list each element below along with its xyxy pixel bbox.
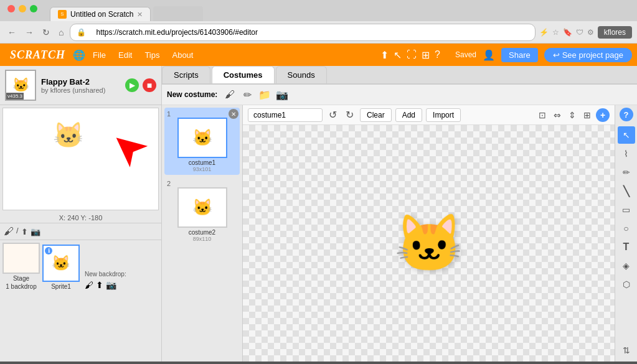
- sprite-thumb-icon: 🐱: [12, 77, 29, 93]
- paint-backdrop-button[interactable]: 🖌: [4, 226, 14, 237]
- globe-icon[interactable]: 🌐: [73, 49, 85, 61]
- maximize-button[interactable]: [30, 5, 37, 12]
- costume-size-2: 89x110: [193, 236, 212, 242]
- costume-name-2: costume2: [189, 229, 215, 236]
- tab-sounds[interactable]: Sounds: [276, 66, 327, 83]
- forward-button[interactable]: →: [22, 26, 36, 39]
- costume-name-input[interactable]: [248, 108, 323, 122]
- address-bar: ← → ↻ ⌂ 🔒 ⚡ ☆ 🔖 🛡 ⚙ kflores: [0, 21, 637, 44]
- flip-v-icon-button[interactable]: ⇕: [566, 109, 578, 121]
- crop-icon-button[interactable]: ⊡: [536, 109, 549, 121]
- reshape-tool[interactable]: ⌇: [618, 145, 635, 162]
- costume-item-2[interactable]: 2 🐱 costume2 89x110: [164, 177, 240, 245]
- costume-thumb-2: 🐱: [177, 187, 227, 228]
- camera-new-costume-button[interactable]: 📷: [275, 87, 290, 102]
- costume-list-panel: ✕ 1 🐱 costume1 93x101 2 🐱: [162, 105, 243, 362]
- tab-costumes[interactable]: Costumes: [212, 66, 275, 83]
- settings-icon[interactable]: ⚙: [587, 28, 594, 37]
- costume2-icon: 🐱: [192, 198, 212, 217]
- scratch-logo: SCRATCH: [5, 47, 70, 63]
- upload-icon[interactable]: ⬆: [380, 49, 389, 61]
- grid-icon[interactable]: ⊞: [422, 49, 430, 61]
- refresh-button[interactable]: ↻: [40, 26, 52, 39]
- stop-button[interactable]: ■: [143, 78, 156, 92]
- costume-item-1[interactable]: ✕ 1 🐱 costume1 93x101: [164, 108, 240, 175]
- home-button[interactable]: ⌂: [56, 26, 66, 39]
- sprite1-icon: 🐱: [52, 254, 70, 272]
- costume-size-1: 93x101: [193, 166, 212, 172]
- help-question-button[interactable]: ?: [620, 108, 633, 121]
- add-button[interactable]: Add: [395, 108, 422, 122]
- fill-tool[interactable]: ◈: [618, 257, 635, 274]
- sprite-item-sprite1[interactable]: ℹ 🐱 Sprite1: [42, 245, 80, 290]
- sprite-name: Flappy Bat-2: [41, 77, 120, 86]
- shield-icon: 🛡: [576, 28, 583, 37]
- paint-new-costume-button[interactable]: 🖌: [222, 87, 237, 102]
- stage-label: Stage: [13, 275, 29, 282]
- close-button[interactable]: [7, 5, 15, 12]
- pencil-tool[interactable]: ✏: [618, 164, 635, 181]
- traffic-lights: [7, 5, 37, 12]
- back-button[interactable]: ←: [5, 26, 19, 39]
- camera-backdrop-button[interactable]: 📷: [31, 226, 40, 237]
- costume-delete-1[interactable]: ✕: [229, 109, 238, 119]
- minimize-button[interactable]: [19, 5, 26, 12]
- upload-backdrop-button[interactable]: ⬆: [21, 226, 28, 237]
- costume-num-1: 1: [167, 110, 171, 118]
- import-button[interactable]: Import: [426, 108, 461, 122]
- tab-close-icon[interactable]: ✕: [137, 11, 143, 19]
- coordinates-bar: X: 240 Y: -180: [0, 213, 161, 223]
- costume-name-1: costume1: [189, 159, 215, 166]
- right-tools-panel: ? ↖ ⌇ ✏ ╲ ▭ ○ T ◈ ⬡ ⇅: [615, 105, 637, 362]
- user-button[interactable]: kflores: [598, 26, 632, 39]
- file-menu[interactable]: File: [88, 48, 111, 62]
- costume-num-2: 2: [167, 180, 171, 187]
- edit-menu[interactable]: Edit: [113, 48, 137, 62]
- tab-scripts[interactable]: Scripts: [162, 66, 210, 83]
- stage-item[interactable]: Stage 1 backdrop: [2, 243, 40, 290]
- drawing-toolbar: ↺ ↻ Clear Add Import ⊡ ⇔ ⇕ ⊞ +: [243, 105, 615, 125]
- undo-button[interactable]: ↺: [326, 108, 339, 122]
- new-sprite-upload-button[interactable]: ⬆: [96, 280, 103, 290]
- star-icon[interactable]: ☆: [552, 28, 559, 37]
- new-sprite-paint-button[interactable]: 🖌: [85, 280, 93, 290]
- zoom-in-button[interactable]: +: [596, 108, 610, 122]
- text-tool[interactable]: T: [618, 238, 635, 256]
- share-button[interactable]: Share: [501, 48, 538, 62]
- flip-vertical-tool[interactable]: ⇅: [618, 342, 635, 359]
- ssl-icon: 🔒: [77, 28, 86, 37]
- stage-backdrop-count: 1 backdrop: [6, 283, 36, 290]
- browser-tab[interactable]: S Untitled on Scratch ✕: [50, 7, 151, 21]
- canvas-cat-sprite: 🐱: [394, 211, 464, 276]
- tab-favicon: S: [58, 10, 67, 19]
- bookmark-icon[interactable]: 🔖: [563, 28, 572, 37]
- redo-button[interactable]: ↻: [343, 108, 356, 122]
- cursor-icon[interactable]: ↖: [394, 49, 402, 61]
- ellipse-tool[interactable]: ○: [618, 220, 635, 237]
- zoom-fit-button[interactable]: ⊞: [581, 109, 593, 121]
- eraser-tool[interactable]: ⬡: [618, 276, 635, 293]
- tips-menu[interactable]: Tips: [139, 48, 164, 62]
- see-project-button[interactable]: ↩ See project page: [544, 48, 632, 62]
- rectangle-tool[interactable]: ▭: [618, 201, 635, 218]
- about-menu[interactable]: About: [167, 48, 198, 62]
- url-input[interactable]: [90, 26, 528, 39]
- menu-bar: SCRATCH 🌐 File Edit Tips About ⬆ ↖ ⛶ ⊞ ?…: [0, 44, 637, 66]
- costume-thumb-1: 🐱: [177, 118, 227, 158]
- flip-h-icon-button[interactable]: ⇔: [551, 109, 564, 121]
- account-icon: 👤: [483, 49, 495, 61]
- red-arrow: ➤: [99, 120, 155, 177]
- edit-new-costume-button[interactable]: ✏: [240, 87, 255, 102]
- select-tool[interactable]: ↖: [618, 126, 635, 144]
- line-tool[interactable]: ╲: [618, 182, 635, 200]
- help-icon[interactable]: ?: [435, 49, 440, 60]
- upload-new-costume-button[interactable]: 📁: [257, 87, 272, 102]
- clear-button[interactable]: Clear: [360, 108, 392, 122]
- version-tag: v435.3: [6, 93, 24, 100]
- new-sprite-camera-button[interactable]: 📷: [106, 280, 116, 290]
- green-flag-button[interactable]: ▶: [125, 78, 139, 92]
- sprite-owner: by kflores (unshared): [41, 86, 120, 94]
- new-costume-label: New costume:: [167, 90, 217, 99]
- new-costume-toolbar: New costume: 🖌 ✏ 📁 📷: [162, 85, 637, 105]
- expand-icon[interactable]: ⛶: [407, 49, 417, 60]
